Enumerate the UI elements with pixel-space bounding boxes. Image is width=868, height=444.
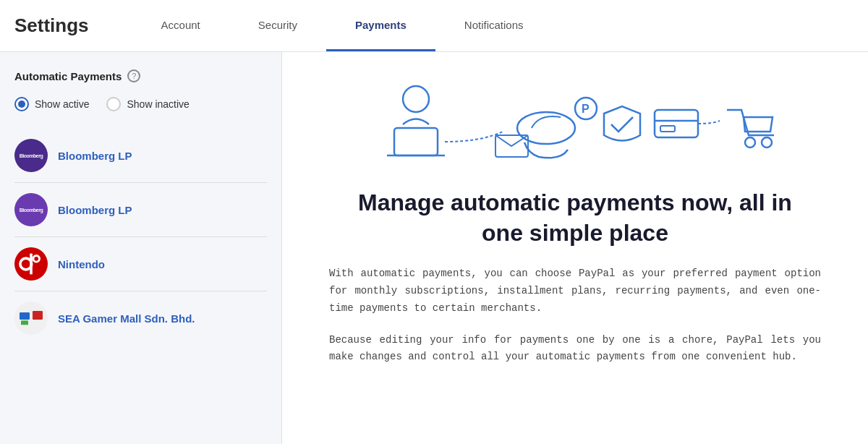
tab-payments[interactable]: Payments [326, 0, 435, 51]
svg-rect-5 [21, 320, 28, 325]
show-active-option[interactable]: Show active [14, 97, 89, 111]
avatar [14, 247, 48, 281]
filter-row: Show active Show inactive [14, 97, 267, 111]
list-item[interactable]: Nintendo [14, 237, 267, 291]
svg-rect-4 [33, 311, 43, 320]
auto-payments-title: Automatic Payments [14, 70, 122, 82]
payments-illustration: P [373, 74, 778, 168]
tab-account[interactable]: Account [132, 0, 229, 51]
avatar: Bloomberg [14, 193, 48, 226]
show-active-radio[interactable] [14, 97, 29, 111]
manage-description-2: Because editing your info for payments o… [329, 332, 821, 367]
merchant-name: Nintendo [58, 258, 105, 270]
svg-point-6 [403, 86, 429, 112]
svg-point-2 [33, 255, 40, 262]
manage-title: Manage automatic payments now, all in on… [358, 188, 792, 248]
help-icon[interactable]: ? [127, 69, 140, 82]
nav-tabs: Account Security Payments Notifications [132, 0, 553, 51]
avatar: Bloomberg [14, 139, 48, 172]
list-item[interactable]: Bloomberg Bloomberg LP [14, 129, 267, 183]
show-inactive-option[interactable]: Show inactive [106, 97, 189, 111]
show-inactive-radio[interactable] [106, 97, 121, 111]
page-title: Settings [14, 14, 89, 37]
svg-rect-1 [30, 254, 33, 275]
right-panel: P Manage automatic payments now, all in … [282, 52, 868, 444]
svg-rect-10 [655, 110, 698, 137]
list-item[interactable]: Bloomberg Bloomberg LP [14, 183, 267, 237]
svg-text:P: P [582, 103, 590, 115]
header: Settings Account Security Payments Notif… [0, 0, 868, 52]
merchant-name: SEA Gamer Mall Sdn. Bhd. [58, 312, 195, 325]
radio-inner-active [18, 101, 25, 108]
merchant-name: Bloomberg LP [58, 204, 132, 216]
show-inactive-label: Show inactive [127, 98, 189, 110]
main-layout: Automatic Payments ? Show active Show in… [0, 52, 868, 444]
svg-point-13 [745, 137, 755, 148]
auto-payments-header: Automatic Payments ? [14, 69, 267, 82]
tab-security[interactable]: Security [229, 0, 326, 51]
svg-point-14 [762, 137, 772, 148]
merchant-name: Bloomberg LP [58, 150, 132, 162]
show-active-label: Show active [35, 98, 89, 110]
svg-rect-12 [660, 126, 675, 132]
svg-rect-7 [394, 128, 438, 155]
tab-notifications[interactable]: Notifications [435, 0, 553, 51]
left-panel: Automatic Payments ? Show active Show in… [0, 52, 282, 444]
manage-description-1: With automatic payments, you can choose … [329, 265, 821, 317]
svg-rect-3 [20, 312, 30, 320]
list-item[interactable]: SEA Gamer Mall Sdn. Bhd. [14, 291, 267, 345]
merchant-list: Bloomberg Bloomberg LP Bloomberg Bloombe… [14, 129, 267, 345]
avatar [14, 302, 48, 335]
